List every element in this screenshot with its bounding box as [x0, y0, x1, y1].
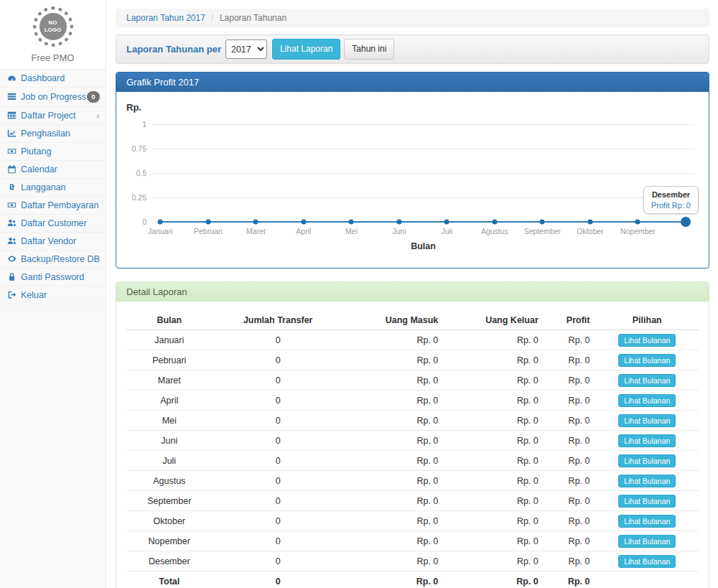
cell-uang_masuk: Rp. 0 — [344, 350, 444, 370]
cell-jumlah_transfer: 0 — [213, 471, 344, 491]
column-header-jumlah-transfer: Jumlah Transfer — [213, 311, 344, 330]
cell-bulan: Maret — [126, 370, 213, 391]
gridline — [152, 173, 694, 174]
cell-pilihan: Lihat Bulanan — [596, 411, 699, 431]
lihat-bulanan-button[interactable]: Lihat Bulanan — [618, 334, 676, 347]
cell-uang_masuk: Rp. 0 — [344, 391, 444, 411]
table-row-oktober: Oktober0Rp. 0Rp. 0Rp. 0Lihat Bulanan — [126, 511, 699, 531]
cell-profit: Rp. 0 — [544, 511, 596, 531]
cell-profit: Rp. 0 — [544, 391, 596, 411]
sidebar-item-job-on-progress[interactable]: Job on Progress0 — [0, 88, 106, 107]
chart-point-mei[interactable] — [349, 220, 354, 225]
cell-pilihan: Lihat Bulanan — [596, 330, 699, 350]
cell-profit: Rp. 0 — [544, 330, 596, 350]
sidebar-item-daftar-pembayaran[interactable]: Daftar Pembayaran — [0, 197, 106, 215]
chart-point-desember[interactable] — [681, 217, 691, 227]
refresh-icon — [6, 254, 18, 263]
table-row-september: September0Rp. 0Rp. 0Rp. 0Lihat Bulanan — [126, 491, 699, 511]
cell-bulan: Januari — [126, 330, 213, 350]
cell-pilihan: Lihat Bulanan — [596, 391, 699, 411]
sidebar-item-langganan[interactable]: Langganan — [0, 179, 106, 197]
cell-bulan: Oktober — [126, 511, 213, 531]
cell-uang_masuk: Rp. 0 — [344, 551, 444, 571]
table-row-agustus: Agustus0Rp. 0Rp. 0Rp. 0Lihat Bulanan — [126, 471, 699, 491]
chart-point-april[interactable] — [301, 220, 306, 225]
lihat-bulanan-button[interactable]: Lihat Bulanan — [618, 414, 676, 427]
x-axis-tick: Agustus — [481, 227, 508, 235]
table-row-mei: Mei0Rp. 0Rp. 0Rp. 0Lihat Bulanan — [126, 411, 699, 431]
chart-point-agustus[interactable] — [492, 220, 497, 225]
sidebar-item-label: Calendar — [21, 164, 57, 174]
cell-uang_keluar: Rp. 0 — [444, 491, 544, 511]
table-total-row: Total0Rp. 0Rp. 0Rp. 0 — [126, 571, 699, 588]
profit-chart: Rp. 10.750.50.250JanuariPebruariMaretApr… — [116, 92, 709, 268]
sidebar-item-dashboard[interactable]: Dashboard — [0, 70, 106, 88]
sidebar-item-label: Daftar Vendor — [21, 236, 76, 246]
cell-profit: Rp. 0 — [544, 370, 596, 391]
cell-uang_keluar: Rp. 0 — [444, 370, 544, 391]
sidebar-item-penghasilan[interactable]: Penghasilan — [0, 125, 106, 143]
sidebar-item-ganti-password[interactable]: Ganti Password — [0, 269, 106, 286]
chevron-left-icon: ‹ — [96, 112, 100, 119]
tahun-ini-button[interactable]: Tahun ini — [344, 39, 394, 60]
sidebar-item-calendar[interactable]: Calendar — [0, 161, 106, 179]
chart-panel-title: Grafik Profit 2017 — [116, 73, 709, 92]
lihat-bulanan-button[interactable]: Lihat Bulanan — [618, 555, 676, 568]
cell-bulan: Juni — [126, 431, 213, 451]
breadcrumb-separator: / — [211, 13, 213, 23]
sidebar-item-piutang[interactable]: Piutang — [0, 143, 106, 161]
y-axis-tick: 0.75 — [125, 144, 146, 153]
lihat-bulanan-button[interactable]: Lihat Bulanan — [618, 354, 676, 367]
chart-point-oktober[interactable] — [587, 220, 592, 225]
sidebar-item-daftar-customer[interactable]: Daftar Customer — [0, 215, 106, 233]
table-row-pebruari: Pebruari0Rp. 0Rp. 0Rp. 0Lihat Bulanan — [126, 350, 699, 370]
lihat-bulanan-button[interactable]: Lihat Bulanan — [618, 374, 676, 387]
cell-profit: Rp. 0 — [544, 350, 596, 370]
chart-point-juli[interactable] — [444, 220, 449, 225]
cell-pilihan: Lihat Bulanan — [596, 370, 699, 391]
sidebar: NO LOGO Free PMO DashboardJob on Progres… — [0, 0, 106, 588]
breadcrumb-link-laporan-tahun[interactable]: Laporan Tahun 2017 — [126, 13, 205, 23]
sidebar-item-backup-restore-db[interactable]: Backup/Restore DB — [0, 251, 106, 269]
lihat-bulanan-button[interactable]: Lihat Bulanan — [618, 515, 676, 528]
lihat-laporan-button[interactable]: Lihat Laporan — [272, 39, 340, 60]
sign-out-icon — [6, 290, 18, 299]
cell-bulan: Juli — [126, 451, 213, 471]
detail-table-wrap: BulanJumlah TransferUang MasukUang Kelua… — [116, 302, 709, 588]
lihat-bulanan-button[interactable]: Lihat Bulanan — [618, 495, 676, 508]
lihat-bulanan-button[interactable]: Lihat Bulanan — [618, 454, 676, 467]
sidebar-item-keluar[interactable]: Keluar — [0, 286, 106, 304]
cell-uang_keluar: Rp. 0 — [444, 451, 544, 471]
table-row-maret: Maret0Rp. 0Rp. 0Rp. 0Lihat Bulanan — [126, 370, 699, 391]
lihat-bulanan-button[interactable]: Lihat Bulanan — [618, 434, 676, 447]
cell-pilihan: Lihat Bulanan — [596, 451, 699, 471]
sidebar-item-daftar-project[interactable]: Daftar Project‹ — [0, 107, 106, 125]
chart-point-maret[interactable] — [253, 220, 258, 225]
no-logo-badge-text: NO LOGO — [39, 13, 67, 40]
cell-uang_keluar: Rp. 0 — [444, 391, 544, 411]
cell-uang_masuk: Rp. 0 — [344, 491, 444, 511]
lihat-bulanan-button[interactable]: Lihat Bulanan — [618, 475, 676, 487]
chart-point-januari[interactable] — [158, 220, 163, 225]
report-table: BulanJumlah TransferUang MasukUang Kelua… — [126, 311, 699, 588]
y-axis-tick: 1 — [125, 120, 146, 129]
year-select[interactable]: 2017 — [225, 39, 267, 59]
cell-uang_keluar: Rp. 0 — [444, 431, 544, 451]
lihat-bulanan-button[interactable]: Lihat Bulanan — [618, 394, 676, 407]
sidebar-item-daftar-vendor[interactable]: Daftar Vendor — [0, 233, 106, 251]
chart-point-september[interactable] — [540, 220, 545, 225]
cell-uang_keluar: Rp. 0 — [444, 551, 544, 571]
chart-point-juni[interactable] — [396, 220, 401, 225]
column-header-uang-keluar: Uang Keluar — [444, 311, 544, 330]
cell-uang_masuk: Rp. 0 — [344, 330, 444, 350]
cell-uang_masuk: Rp. 0 — [344, 411, 444, 431]
cell-profit: Rp. 0 — [544, 491, 596, 511]
chart-point-nopember[interactable] — [635, 220, 640, 225]
exchange-icon — [6, 182, 18, 192]
x-axis-tick: Mei — [345, 227, 358, 235]
chart-point-pebruari[interactable] — [205, 220, 210, 225]
users-icon — [6, 236, 18, 246]
detail-laporan-panel: Detail Laporan BulanJumlah TransferUang … — [116, 281, 709, 588]
lihat-bulanan-button[interactable]: Lihat Bulanan — [618, 535, 676, 548]
chart-y-axis-title: Rp. — [126, 102, 700, 113]
